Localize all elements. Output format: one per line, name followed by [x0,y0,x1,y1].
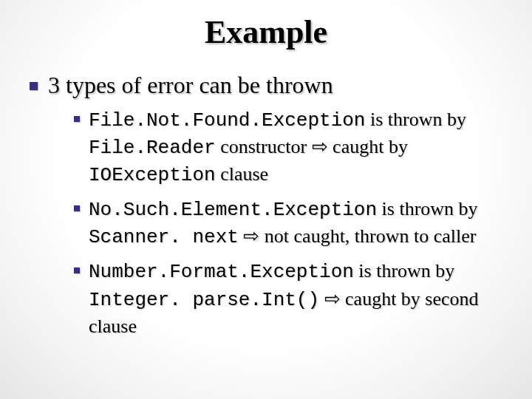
square-bullet-icon [74,205,80,211]
code-span: File.Reader [89,137,216,159]
text-span: clause [216,163,268,185]
slide-title: Example [30,13,502,51]
slide: Example 3 types of error can be thrown F… [0,0,532,399]
arrow-icon: ⇨ [324,287,341,310]
arrow-icon: ⇨ [243,225,259,247]
text-span: is thrown by [354,260,455,282]
bullet-level1-text: 3 types of error can be thrown [48,72,502,99]
bullet-level2-text: File.Not.Found.Exception is thrown by Fi… [89,106,502,188]
bullet-level2-text: Number.Format.Exception is thrown by Int… [89,258,502,338]
text-span: not caught, thrown to caller [259,225,476,247]
text-span: is thrown by [377,198,478,219]
square-bullet-icon [74,267,80,273]
code-span: No.Such.Element.Exception [89,199,377,221]
code-span: Scanner. next [89,226,239,248]
square-bullet-icon [30,82,38,90]
code-span: Number.Format.Exception [89,261,354,283]
arrow-icon: ⇨ [312,135,328,157]
bullet-level2: Number.Format.Exception is thrown by Int… [74,258,502,338]
bullet-level2: File.Not.Found.Exception is thrown by Fi… [74,106,502,188]
text-span: constructor [216,136,312,157]
bullet-level2: No.Such.Element.Exception is thrown by S… [74,196,502,250]
square-bullet-icon [74,116,80,122]
text-span: is thrown by [365,109,466,130]
bullet-level1: 3 types of error can be thrown [30,72,502,99]
code-span: File.Not.Found.Exception [89,109,365,132]
bullet-level2-text: No.Such.Element.Exception is thrown by S… [89,196,502,250]
code-span: Integer. parse.Int() [89,289,319,311]
code-span: IOException [89,164,216,186]
text-span: caught by [328,136,408,157]
